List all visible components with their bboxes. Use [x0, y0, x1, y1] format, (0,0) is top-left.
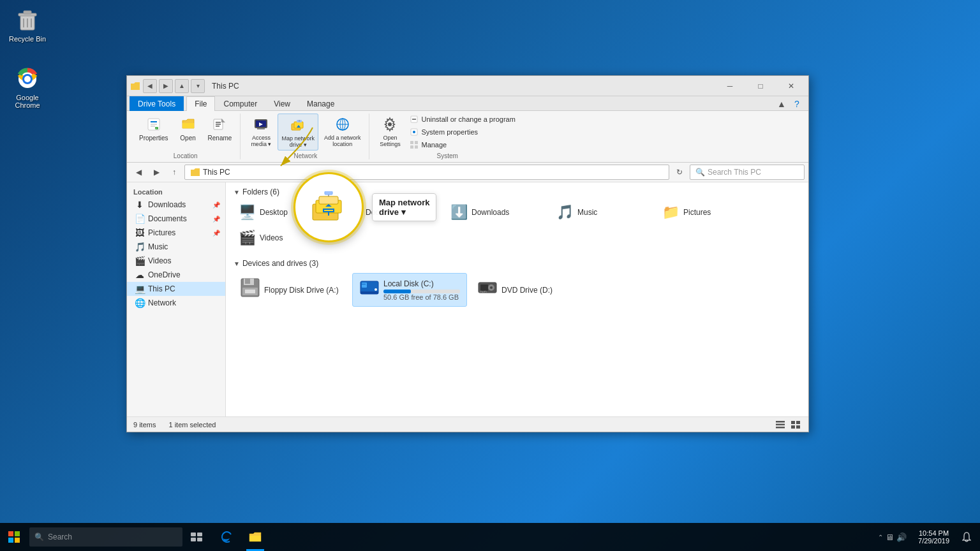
nav-up-button[interactable]: ▲ [175, 79, 189, 93]
onedrive-icon: ☁ [135, 270, 145, 280]
recycle-bin-icon[interactable]: Recycle Bin [5, 5, 50, 45]
svg-rect-67 [796, 421, 800, 424]
svg-rect-76 [325, 191, 332, 195]
addr-refresh-button[interactable]: ↻ [672, 165, 687, 180]
svg-rect-64 [776, 423, 785, 425]
tab-file[interactable]: File [186, 96, 215, 111]
taskbar-search[interactable]: 🔍 Search [29, 527, 182, 547]
map-network-popup: Map networkdrive ▾ [293, 172, 364, 242]
ribbon-group-location: ✓ Properties [131, 114, 241, 159]
addr-back-button[interactable]: ◀ [131, 165, 146, 180]
notification-button[interactable] [957, 523, 976, 551]
svg-rect-26 [216, 124, 221, 125]
device-floppy[interactable]: Floppy Disk Drive (A:) [234, 273, 348, 307]
chrome-desktop-icon[interactable]: Google Chrome [5, 64, 50, 112]
manage-button[interactable]: Manage [406, 139, 518, 151]
quick-access-button[interactable]: ▾ [191, 79, 205, 93]
svg-rect-52 [245, 290, 255, 293]
tab-manage[interactable]: Manage [299, 96, 343, 111]
taskbar-file-explorer[interactable] [241, 523, 269, 551]
uninstall-button[interactable]: Uninstall or change a program [406, 114, 518, 125]
minimize-button[interactable]: ─ [715, 76, 745, 96]
maximize-button[interactable]: □ [746, 76, 775, 96]
access-media-button[interactable]: Accessmedia ▾ [247, 114, 275, 149]
open-settings-button[interactable]: OpenSettings [376, 114, 404, 149]
folder-downloads[interactable]: ⬇️ Downloads [445, 202, 547, 223]
sidebar-item-videos[interactable]: 🎬 Videos [127, 254, 225, 268]
svg-rect-11 [8, 538, 13, 543]
svg-rect-19 [151, 121, 157, 122]
videos-label: Videos [148, 256, 171, 265]
system-tray[interactable]: ⌃ 🖥 🔊 [874, 533, 910, 542]
nav-forward-button[interactable]: ▶ [159, 79, 173, 93]
sidebar-item-onedrive[interactable]: ☁ OneDrive [127, 268, 225, 282]
sidebar-item-downloads[interactable]: ⬇ Downloads 📌 [127, 198, 225, 212]
addr-forward-button[interactable]: ▶ [149, 165, 164, 180]
device-dvd-d[interactable]: DVD DVD Drive (D:) [471, 273, 586, 307]
nav-back-button[interactable]: ◀ [143, 79, 157, 93]
system-properties-button[interactable]: System properties [406, 126, 518, 138]
details-view-button[interactable] [774, 418, 787, 431]
rename-button[interactable]: Rename [205, 114, 235, 143]
tab-drive-tools[interactable]: Drive Tools [130, 96, 184, 111]
svg-rect-30 [257, 128, 265, 129]
sidebar-item-pictures[interactable]: 🖼 Pictures 📌 [127, 226, 225, 240]
tray-sound: 🔊 [896, 533, 907, 542]
search-field[interactable]: 🔍 Search This PC [690, 165, 805, 180]
local-c-free: 50.6 GB free of 78.6 GB [383, 293, 460, 301]
properties-button[interactable]: ✓ Properties [136, 114, 172, 143]
floppy-name: Floppy Disk Drive (A:) [264, 286, 339, 295]
location-group-label: Location [174, 152, 198, 159]
sidebar-item-documents[interactable]: 📄 Documents 📌 [127, 212, 225, 226]
sidebar-item-music[interactable]: 🎵 Music [127, 240, 225, 254]
sidebar-section-header: Location [127, 186, 225, 198]
device-local-c[interactable]: Local Disk (C:) 50.6 GB free of 78.6 GB [352, 273, 467, 307]
system-properties-label: System properties [421, 128, 478, 136]
svg-rect-65 [776, 427, 785, 429]
svg-rect-54 [362, 283, 367, 288]
dvd-d-name: DVD Drive (D:) [501, 286, 553, 295]
start-button[interactable] [0, 523, 28, 551]
taskbar-clock[interactable]: 10:54 PM 7/29/2019 [913, 529, 954, 545]
view-controls [774, 418, 802, 431]
help-button[interactable]: ? [791, 98, 803, 110]
ribbon-toggle-button[interactable]: ▲ [775, 98, 788, 110]
explorer-window: ◀ ▶ ▲ ▾ This PC ─ □ ✕ Drive Tools File C… [126, 75, 809, 432]
svg-rect-2 [24, 11, 31, 14]
sidebar-location-section: Location ⬇ Downloads 📌 📄 Documents 📌 🖼 P… [127, 185, 225, 311]
svg-rect-47 [415, 145, 418, 149]
addr-up-button[interactable]: ↑ [167, 165, 182, 180]
svg-rect-50 [245, 279, 250, 284]
network-label: Network [148, 298, 176, 307]
folder-music[interactable]: 🎵 Music [551, 202, 653, 223]
open-settings-icon [381, 115, 399, 133]
open-button[interactable]: Open [174, 114, 202, 143]
uninstall-label: Uninstall or change a program [421, 115, 515, 123]
tab-computer[interactable]: Computer [215, 96, 265, 111]
rename-icon [211, 115, 228, 133]
tiles-view-button[interactable] [789, 418, 802, 431]
taskbar-edge[interactable] [213, 523, 241, 551]
sidebar-item-network[interactable]: 🌐 Network [127, 296, 225, 310]
svg-rect-63 [776, 421, 785, 423]
documents-icon: 📄 [135, 214, 145, 224]
folder-pictures[interactable]: 📁 Pictures [657, 202, 759, 223]
music-icon: 🎵 [135, 242, 145, 252]
ribbon: Drive Tools File Computer View Manage ▲ … [127, 96, 808, 163]
svg-rect-73 [319, 196, 338, 204]
address-path[interactable]: This PC [184, 165, 669, 180]
svg-rect-13 [191, 533, 196, 536]
devices-section-header[interactable]: ▼ Devices and drives (3) [234, 259, 801, 268]
svg-rect-66 [791, 421, 795, 424]
task-view-button[interactable] [182, 523, 211, 551]
search-icon: 🔍 [34, 533, 44, 541]
tab-view[interactable]: View [265, 96, 299, 111]
open-label: Open [180, 135, 195, 142]
rename-label: Rename [208, 135, 232, 142]
access-media-label: Accessmedia ▾ [251, 135, 271, 147]
tray-network: 🖥 [886, 533, 894, 542]
downloads-icon: ⬇ [135, 200, 145, 210]
tray-chevron: ⌃ [878, 534, 883, 541]
close-button[interactable]: ✕ [776, 76, 806, 96]
sidebar-item-this-pc[interactable]: 💻 This PC [127, 282, 225, 296]
